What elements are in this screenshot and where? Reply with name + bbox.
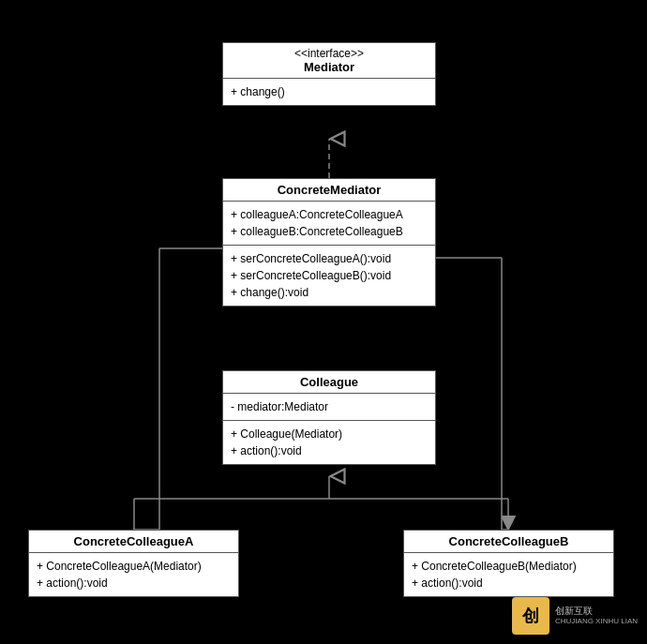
concrete-colleague-a-box: ConcreteColleagueA + ConcreteColleagueA(… — [28, 530, 239, 597]
concrete-mediator-methods: + serConcreteColleagueA():void + serConc… — [223, 246, 435, 306]
mediator-stereotype: <<interface>> — [229, 47, 429, 60]
concrete-mediator-name: ConcreteMediator — [278, 183, 382, 197]
watermark-logo: 创 — [512, 597, 549, 635]
mediator-box: <<interface>> Mediator + change() — [222, 42, 436, 106]
watermark-text: 创新互联 CHUJIANG XINHU LIAN — [555, 605, 638, 626]
colleague-methods: + Colleague(Mediator) + action():void — [223, 421, 435, 464]
diagram-container: <<interface>> Mediator + change() Concre… — [0, 0, 647, 644]
concrete-colleague-b-box: ConcreteColleagueB + ConcreteColleagueB(… — [403, 530, 614, 597]
concrete-colleague-a-header: ConcreteColleagueA — [29, 531, 238, 553]
colleague-box: Colleague - mediator:Mediator + Colleagu… — [222, 370, 436, 465]
concrete-colleague-b-header: ConcreteColleagueB — [404, 531, 613, 553]
concrete-colleague-b-methods: + ConcreteColleagueB(Mediator) + action(… — [404, 553, 613, 596]
watermark-line1: 创新互联 — [555, 605, 638, 617]
concrete-colleague-a-name: ConcreteColleagueA — [74, 534, 194, 548]
colleague-fields: - mediator:Mediator — [223, 394, 435, 421]
concrete-mediator-header: ConcreteMediator — [223, 179, 435, 202]
concrete-colleague-a-methods: + ConcreteColleagueA(Mediator) + action(… — [29, 553, 238, 596]
mediator-name: Mediator — [304, 60, 354, 74]
watermark-icon: 创 — [522, 605, 539, 627]
concrete-colleague-b-name: ConcreteColleagueB — [449, 534, 569, 548]
concrete-mediator-fields: + colleagueA:ConcreteColleagueA + collea… — [223, 202, 435, 246]
mediator-header: <<interface>> Mediator — [223, 43, 435, 79]
colleague-header: Colleague — [223, 371, 435, 394]
colleague-name: Colleague — [300, 375, 358, 389]
watermark: 创 创新互联 CHUJIANG XINHU LIAN — [512, 597, 638, 635]
concrete-mediator-box: ConcreteMediator + colleagueA:ConcreteCo… — [222, 178, 436, 307]
mediator-methods: + change() — [223, 79, 435, 105]
watermark-line2: CHUJIANG XINHU LIAN — [555, 617, 638, 626]
